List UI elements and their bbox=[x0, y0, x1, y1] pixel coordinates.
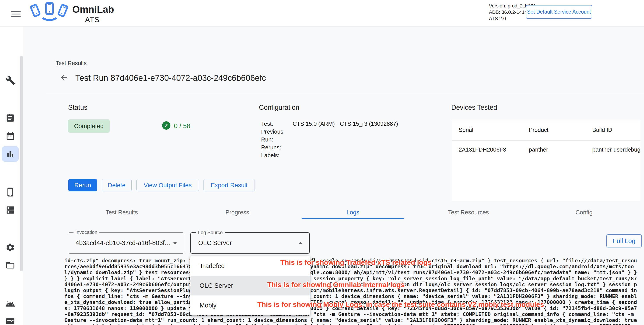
sidebar-item-devices[interactable] bbox=[2, 184, 19, 200]
log-line: allow_partial_device_match: false } pass… bbox=[64, 323, 639, 325]
configuration-heading: Configuration bbox=[259, 104, 299, 112]
configuration-row: Previous Run: bbox=[261, 128, 398, 144]
check-circle-icon: ✓ bbox=[162, 121, 170, 130]
top-app-bar: OmniLab ATS Version: prod_2.1.001ADB: 36… bbox=[0, 0, 644, 26]
log-source-select[interactable]: Log Source OLC Server bbox=[190, 232, 310, 254]
log-output[interactable]: id-cts.zip" decompress: true mount_zip: … bbox=[64, 258, 639, 325]
menu-hamburger-icon[interactable] bbox=[12, 11, 20, 17]
logo-phone-left-icon bbox=[30, 4, 41, 18]
set-default-service-account-button[interactable]: Set Default Service Account bbox=[526, 5, 592, 18]
invocation-value: 4b3acd44-eb10-37cd-a16f-803f… bbox=[76, 232, 171, 254]
sidebar-item-hosts[interactable] bbox=[2, 202, 19, 218]
rerun-button[interactable]: Rerun bbox=[68, 179, 97, 192]
log-line: -0a79235393db" request_id: "07dd7853-09c… bbox=[64, 312, 639, 317]
column-header: Serial bbox=[459, 126, 529, 133]
invocation-select[interactable]: Invocation 4b3acd44-eb10-37cd-a16f-803f… bbox=[68, 232, 184, 254]
annotation-olc-server: This is for showing Omnilab internal log… bbox=[267, 281, 405, 289]
devices-table: SerialProductBuild ID 2A131FDH2006F3 pan… bbox=[452, 120, 640, 200]
dns-servers-icon bbox=[6, 205, 15, 215]
sidebar-item-monitoring[interactable] bbox=[2, 313, 19, 325]
omnilab-logo bbox=[28, 1, 70, 26]
chevron-up-icon bbox=[298, 242, 302, 244]
sidebar-item-test-plans[interactable] bbox=[2, 110, 19, 126]
sidebar-item-test-results[interactable] bbox=[2, 146, 19, 162]
device-build-id-cell: panther-userdebug 15 r bbox=[592, 146, 640, 153]
configuration-row: Test: CTS 15.0 (ARM) - CTS 15_r3 (130928… bbox=[261, 120, 398, 128]
sidebar-item-schedule[interactable] bbox=[2, 128, 19, 144]
build-wrench-icon bbox=[6, 76, 15, 85]
config-label: Test: bbox=[261, 120, 293, 128]
annotation-tradefed: This is for showing Tradefed xTS related… bbox=[280, 258, 432, 266]
arrow-back-icon bbox=[60, 73, 69, 82]
view-output-files-button[interactable]: View Output Files bbox=[136, 179, 199, 192]
column-header: Product bbox=[529, 126, 592, 133]
divider bbox=[46, 93, 644, 93]
tab-bar: Test ResultsProgressLogsTest ResourcesCo… bbox=[64, 206, 642, 219]
config-label: Previous Run: bbox=[261, 128, 293, 144]
sidebar-scrollbar[interactable] bbox=[20, 56, 23, 271]
tab[interactable]: Progress bbox=[180, 206, 295, 219]
export-result-button[interactable]: Export Result bbox=[204, 179, 255, 192]
smartphone-icon bbox=[6, 187, 15, 197]
config-value: CTS 15.0 (ARM) - CTS 15_r3 (13092887) bbox=[293, 120, 398, 128]
sidebar-item-wrench[interactable] bbox=[2, 72, 19, 88]
status-badge: Completed bbox=[68, 119, 110, 133]
configuration-row: Labels: bbox=[261, 151, 398, 159]
tab[interactable]: Config bbox=[526, 206, 642, 219]
tab[interactable]: Logs bbox=[295, 206, 411, 219]
log-line: Gesture --invocation-data mtt=1" run_cou… bbox=[64, 317, 639, 323]
bar-chart-icon bbox=[6, 149, 15, 159]
table-row[interactable]: 2A131FDH2006F3 panther panther-userdebug… bbox=[452, 146, 640, 153]
configuration-row: Reruns: bbox=[261, 144, 398, 151]
folder-icon bbox=[6, 260, 15, 270]
calendar-icon bbox=[6, 131, 15, 141]
status-heading: Status bbox=[68, 104, 88, 112]
sidebar-item-settings[interactable] bbox=[2, 240, 19, 255]
config-label: Labels: bbox=[261, 151, 293, 159]
back-arrow-button[interactable] bbox=[60, 73, 69, 82]
main-content: Test Results Test Run 87d406e1-e730-4072… bbox=[23, 26, 644, 325]
breadcrumb: Test Results bbox=[56, 60, 87, 66]
app-name: OmniLab bbox=[72, 4, 114, 15]
full-log-button[interactable]: Full Log bbox=[606, 234, 642, 248]
sidebar-item-android[interactable] bbox=[2, 296, 19, 311]
device-serial-cell: 2A131FDH2006F3 bbox=[459, 146, 529, 153]
configuration-rows: Test: CTS 15.0 (ARM) - CTS 15_r3 (130928… bbox=[261, 120, 398, 159]
monitor-heart-icon bbox=[6, 316, 15, 325]
app-subtitle: ATS bbox=[85, 15, 100, 24]
android-robot-icon bbox=[6, 298, 15, 308]
log-source-value: OLC Server bbox=[198, 233, 232, 253]
failed-test-count: 0 / 58 bbox=[174, 122, 190, 130]
annotation-mobly: This is for showing Mobly Logs, in case … bbox=[258, 300, 544, 308]
delete-button[interactable]: Delete bbox=[102, 179, 132, 192]
settings-gear-icon bbox=[6, 243, 15, 252]
column-header: Build ID bbox=[592, 126, 640, 133]
device-product-cell: panther bbox=[529, 146, 592, 153]
page-title: Test Run 87d406e1-e730-4072-a03c-249c6b6… bbox=[75, 73, 266, 83]
devices-table-header: SerialProductBuild ID bbox=[452, 126, 640, 133]
logo-smile-arc bbox=[40, 7, 60, 21]
sidebar-item-file-browser[interactable] bbox=[2, 257, 19, 273]
tab[interactable]: Test Results bbox=[64, 206, 180, 219]
log-line: fos { command_line: "cts -m Gesture --in… bbox=[64, 294, 639, 300]
assignment-clipboard-icon bbox=[6, 113, 15, 123]
sidebar-nav bbox=[0, 26, 23, 325]
chevron-down-icon bbox=[173, 242, 177, 244]
tab[interactable]: Test Resources bbox=[411, 206, 526, 219]
log-line: l/dynamic_download.zip" } test_resources… bbox=[64, 270, 639, 276]
devices-tested-heading: Devices Tested bbox=[451, 104, 497, 112]
config-label: Reruns: bbox=[261, 144, 293, 151]
